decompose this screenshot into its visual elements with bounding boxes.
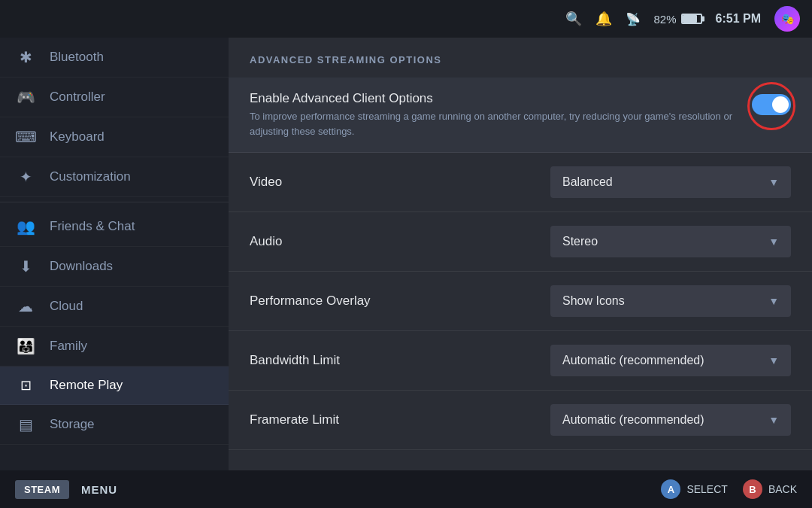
sidebar-item-label: Storage (50, 417, 95, 432)
bottombar: STEAM MENU A SELECT B BACK (0, 470, 812, 508)
sidebar-divider (0, 202, 229, 202)
content-panel: ADVANCED STREAMING OPTIONS Enable Advanc… (229, 38, 812, 470)
performance-overlay-label: Performance Overlay (250, 294, 371, 309)
enable-advanced-text: Enable Advanced Client Options To improv… (250, 91, 734, 138)
family-icon: 👨‍👩‍👧 (15, 337, 36, 355)
sidebar-item-storage[interactable]: ▤ Storage (0, 405, 229, 445)
sidebar-item-remote-play[interactable]: ⊡ Remote Play (0, 367, 229, 405)
audio-value: Stereo (562, 235, 598, 248)
battery-indicator: 82% (654, 13, 702, 26)
sidebar: ✱ Bluetooth 🎮 Controller ⌨ Keyboard ✦ Cu… (0, 38, 229, 470)
battery-percent: 82% (654, 13, 677, 26)
video-row: Video Balanced ▼ (229, 153, 812, 212)
sidebar-item-label: Family (50, 339, 87, 354)
friends-icon: 👥 (15, 217, 36, 236)
audio-dropdown[interactable]: Stereo ▼ (550, 226, 791, 257)
avatar[interactable]: 🎭 (774, 6, 800, 32)
chevron-down-icon: ▼ (768, 414, 779, 426)
enable-advanced-toggle[interactable] (752, 94, 791, 115)
battery-fill (683, 15, 698, 23)
select-label: SELECT (686, 483, 727, 495)
section-title: ADVANCED STREAMING OPTIONS (229, 38, 812, 78)
broadcast-icon[interactable]: 📡 (626, 12, 641, 26)
battery-bar (681, 14, 702, 24)
enable-advanced-row: Enable Advanced Client Options To improv… (229, 78, 812, 153)
storage-icon: ▤ (15, 415, 36, 433)
sidebar-item-label: Controller (50, 90, 105, 105)
b-button[interactable]: B (743, 479, 762, 499)
sidebar-item-cloud[interactable]: ☁ Cloud (0, 287, 229, 327)
select-badge: A SELECT (661, 479, 727, 499)
sidebar-item-label: Downloads (50, 259, 113, 274)
b-button-label: B (749, 484, 756, 495)
framerate-limit-label: Framerate Limit (250, 412, 339, 427)
audio-label: Audio (250, 234, 282, 249)
performance-overlay-value: Show Icons (562, 294, 625, 308)
enable-advanced-toggle-wrap (752, 94, 791, 118)
sidebar-item-keyboard[interactable]: ⌨ Keyboard (0, 117, 229, 157)
a-button[interactable]: A (661, 479, 680, 499)
framerate-limit-value: Automatic (recommended) (562, 413, 704, 427)
video-label: Video (250, 175, 282, 190)
sidebar-item-downloads[interactable]: ⬇ Downloads (0, 247, 229, 287)
enable-advanced-title: Enable Advanced Client Options (250, 91, 734, 106)
main-layout: ✱ Bluetooth 🎮 Controller ⌨ Keyboard ✦ Cu… (0, 38, 812, 470)
back-label: BACK (768, 483, 797, 495)
performance-overlay-row: Performance Overlay Show Icons ▼ (229, 272, 812, 331)
controller-icon: 🎮 (15, 88, 36, 106)
clock: 6:51 PM (716, 12, 761, 26)
notification-icon[interactable]: 🔔 (595, 11, 612, 27)
remote-play-icon: ⊡ (15, 377, 36, 394)
back-badge: B BACK (743, 479, 797, 499)
chevron-down-icon: ▼ (768, 176, 779, 188)
sidebar-item-label: Remote Play (50, 378, 123, 393)
bluetooth-icon: ✱ (15, 48, 36, 66)
search-icon[interactable]: 🔍 (565, 11, 582, 27)
sidebar-item-label: Cloud (50, 299, 83, 314)
keyboard-icon: ⌨ (15, 128, 36, 146)
performance-overlay-dropdown[interactable]: Show Icons ▼ (550, 285, 791, 317)
bandwidth-limit-value: Automatic (recommended) (562, 354, 704, 367)
enable-advanced-desc: To improve performance streaming a game … (250, 109, 734, 138)
chevron-down-icon: ▼ (768, 236, 779, 248)
customization-icon: ✦ (15, 168, 36, 186)
sidebar-item-bluetooth[interactable]: ✱ Bluetooth (0, 38, 229, 78)
bottombar-right: A SELECT B BACK (661, 479, 797, 499)
sidebar-item-label: Bluetooth (50, 50, 104, 65)
bandwidth-limit-row: Bandwidth Limit Automatic (recommended) … (229, 331, 812, 391)
bandwidth-limit-label: Bandwidth Limit (250, 353, 340, 368)
chevron-down-icon: ▼ (768, 295, 779, 307)
steam-button[interactable]: STEAM (15, 480, 69, 499)
video-dropdown[interactable]: Balanced ▼ (550, 166, 791, 198)
sidebar-item-family[interactable]: 👨‍👩‍👧 Family (0, 327, 229, 367)
menu-label: MENU (81, 483, 117, 496)
sidebar-item-label: Keyboard (50, 129, 105, 144)
framerate-limit-dropdown[interactable]: Automatic (recommended) ▼ (550, 404, 791, 436)
sidebar-item-customization[interactable]: ✦ Customization (0, 157, 229, 197)
framerate-limit-row: Framerate Limit Automatic (recommended) … (229, 391, 812, 450)
audio-row: Audio Stereo ▼ (229, 212, 812, 272)
cloud-icon: ☁ (15, 297, 36, 315)
a-button-label: A (668, 484, 674, 495)
chevron-down-icon: ▼ (768, 354, 779, 367)
downloads-icon: ⬇ (15, 257, 36, 275)
topbar: 🔍 🔔 📡 82% 6:51 PM 🎭 (0, 0, 812, 38)
sidebar-item-controller[interactable]: 🎮 Controller (0, 78, 229, 117)
bandwidth-limit-dropdown[interactable]: Automatic (recommended) ▼ (550, 345, 791, 376)
sidebar-item-label: Customization (50, 169, 131, 184)
sidebar-item-friends-chat[interactable]: 👥 Friends & Chat (0, 207, 229, 247)
video-value: Balanced (562, 175, 613, 189)
sidebar-item-label: Friends & Chat (50, 219, 135, 234)
